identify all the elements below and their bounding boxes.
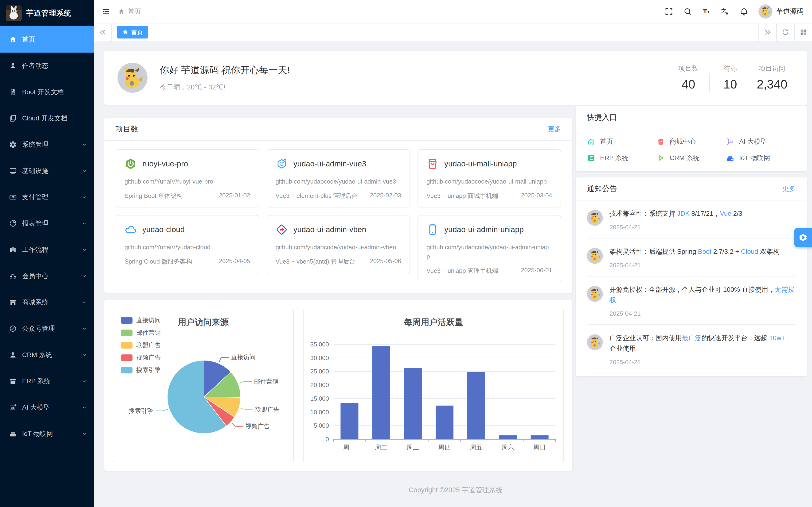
legend-label: 邮件营销 xyxy=(136,329,161,337)
quick-entry-1[interactable]: 商城中心 xyxy=(656,137,726,146)
ai-icon: AI xyxy=(9,403,17,411)
notice-item-3[interactable]: 广泛企业认可：国内使用最广泛的快速开发平台，远超 10w++ 企业使用2025-… xyxy=(587,325,796,374)
sidebar-item-7[interactable]: 报表管理 xyxy=(0,210,94,237)
quick-entry-label: AI 大模型 xyxy=(739,137,767,146)
store-icon xyxy=(9,377,17,385)
legend-item-3[interactable]: 视频广告 xyxy=(121,353,161,362)
sidebar: 芋道管理系统 首页作者动态Boot 开发文档Cloud 开发文档系统管理基础设施… xyxy=(0,0,94,507)
sidebar-item-label: 基础设施 xyxy=(22,166,76,175)
document-icon xyxy=(9,88,17,96)
notice-link[interactable]: Boot xyxy=(698,248,712,255)
sidebar-item-11[interactable]: 公众号管理 xyxy=(0,316,94,342)
sidebar-item-10[interactable]: 商城系统 xyxy=(0,289,94,316)
greeting-stats: 项目数40待办10项目访问2,340 xyxy=(668,63,793,92)
sidebar-item-15[interactable]: IoT 物联网 xyxy=(0,420,94,447)
page-footer: Copyright ©2025 芋道管理系统 xyxy=(104,474,807,507)
sidebar-item-label: 会员中心 xyxy=(22,272,76,280)
logo-row[interactable]: 芋道管理系统 xyxy=(0,0,94,26)
user-menu[interactable]: 芋道源码 xyxy=(758,4,804,18)
project-card-1[interactable]: yudao-ui-admin-vue3github.com/yudaocode/… xyxy=(267,149,410,208)
legend-item-2[interactable]: 联盟广告 xyxy=(121,341,161,349)
font-size-icon[interactable]: TT xyxy=(702,7,711,16)
member-icon xyxy=(9,272,17,280)
grid-icon xyxy=(799,28,807,36)
project-date: 2025-04-05 xyxy=(219,258,250,266)
sidebar-item-14[interactable]: AIAI 大模型 xyxy=(0,394,94,420)
vben-icon xyxy=(275,223,288,236)
legend-item-1[interactable]: 邮件营销 xyxy=(121,329,161,337)
project-date: 2025-05-06 xyxy=(370,258,401,266)
refresh-tab-button[interactable] xyxy=(776,23,794,41)
gear-icon xyxy=(9,140,17,149)
pie-chart-box: 用户访问来源 直接访问邮件营销联盟广告视频广告搜索引擎 直接访问邮件营销联盟广告… xyxy=(113,308,294,462)
sidebar-item-5[interactable]: 基础设施 xyxy=(0,158,94,184)
sidebar-item-8[interactable]: 工作流程 xyxy=(0,237,94,263)
greeting-card: 你好 芋道源码 祝你开心每一天! 今日晴，20℃ - 32℃! 项目数40待办1… xyxy=(104,51,807,105)
sidebar-item-label: IoT 物联网 xyxy=(22,429,76,438)
tabs-scroll-left-button[interactable] xyxy=(94,23,112,41)
notice-item-1[interactable]: 架构灵活性：后端提供 Spring Boot 2.7/3.2 + Cloud 双… xyxy=(587,238,796,277)
sidebar-item-4[interactable]: 系统管理 xyxy=(0,131,94,158)
sidebar-item-label: ERP 系统 xyxy=(22,377,76,386)
sidebar-item-label: 报表管理 xyxy=(22,219,76,228)
content-row: 项目数 更多 ruoyi-vue-progithub.com/YunaiV/ru… xyxy=(104,106,807,471)
project-meta: Vue3 + uniapp 管理手机端2025-06-01 xyxy=(426,267,552,275)
quick-entry-5[interactable]: IoT 物联网 xyxy=(726,154,796,162)
project-card-5[interactable]: yudao-ui-admin-uniappgithub.com/yudaocod… xyxy=(417,215,561,282)
project-card-4[interactable]: yudao-ui-admin-vbengithub.com/yudaocode/… xyxy=(267,215,410,273)
quick-crm-icon xyxy=(656,154,665,162)
user-icon xyxy=(9,62,17,70)
fullscreen-icon[interactable] xyxy=(664,7,673,16)
collapse-sidebar-icon[interactable] xyxy=(101,7,110,16)
sidebar-item-3[interactable]: Cloud 开发文档 xyxy=(0,105,94,131)
sidebar-item-13[interactable]: ERP 系统 xyxy=(0,368,94,394)
notice-link[interactable]: Cloud xyxy=(741,248,758,255)
project-date: 2025-03-04 xyxy=(521,192,552,200)
sidebar-item-6[interactable]: 支付管理 xyxy=(0,184,94,210)
project-card-top: yudao-ui-mall-uniapp xyxy=(426,158,552,170)
mobile-icon xyxy=(426,223,439,236)
search-icon[interactable] xyxy=(683,7,692,16)
project-desc: Vue3 + element-plus 管理后台 xyxy=(275,192,358,200)
project-card-0[interactable]: ruoyi-vue-progithub.com/YunaiV/ruoyi-vue… xyxy=(116,149,259,208)
project-meta: Spring Boot 单体架构2025-01-02 xyxy=(124,192,250,200)
project-card-top: yudao-ui-admin-vben xyxy=(275,223,401,236)
project-meta: Vue3 + vben5(antd) 管理后台2025-05-06 xyxy=(275,258,401,266)
sidebar-item-label: 系统管理 xyxy=(22,140,76,149)
notice-link[interactable]: JDK xyxy=(677,210,690,217)
notice-item-2[interactable]: 开源免授权：全部开源，个人与企业可 100% 直接使用，无需授权2025-04-… xyxy=(587,277,796,325)
projects-more-link[interactable]: 更多 xyxy=(548,125,561,133)
notice-link[interactable]: Vue xyxy=(720,210,731,217)
bell-icon[interactable] xyxy=(740,7,749,16)
project-card-top: yudao-ui-admin-vue3 xyxy=(275,158,401,170)
sidebar-item-12[interactable]: CRM 系统 xyxy=(0,342,94,368)
project-name: yudao-ui-mall-uniapp xyxy=(444,159,517,168)
tabs-scroll-right-button[interactable] xyxy=(758,23,776,41)
project-desc: Vue3 + uniapp 管理手机端 xyxy=(426,267,498,275)
language-icon[interactable]: 文A xyxy=(721,7,730,16)
notice-link[interactable]: 最广泛 xyxy=(682,334,702,341)
project-card-3[interactable]: yudao-cloudgithub.com/YunaiV/yudao-cloud… xyxy=(116,215,259,273)
project-card-2[interactable]: yudao-ui-mall-uniappgithub.com/yudaocode… xyxy=(417,149,561,208)
notice-card: 通知公告 更多 技术兼容性：系统支持 JDK 8/17/21，Vue 2/320… xyxy=(576,177,807,376)
notice-more-link[interactable]: 更多 xyxy=(782,184,796,193)
projects-card-header: 项目数 更多 xyxy=(104,118,572,141)
quick-entry-4[interactable]: CRM 系统 xyxy=(656,154,726,162)
legend-item-4[interactable]: 搜索引擎 xyxy=(121,366,161,374)
settings-fab-button[interactable] xyxy=(794,228,812,247)
tab-layout-button[interactable] xyxy=(794,23,812,41)
copy-document-icon xyxy=(9,114,17,122)
stat-label: 项目数 xyxy=(672,64,704,73)
notice-link[interactable]: 10w+ xyxy=(769,334,785,341)
sidebar-item-1[interactable]: 作者动态 xyxy=(0,53,94,79)
svg-text:周二: 周二 xyxy=(375,444,388,451)
notice-item-0[interactable]: 技术兼容性：系统支持 JDK 8/17/21，Vue 2/32025-04-21 xyxy=(587,201,796,238)
sidebar-item-9[interactable]: 会员中心 xyxy=(0,263,94,289)
tab-home[interactable]: 首页 xyxy=(117,26,148,39)
quick-entry-2[interactable]: AIAI 大模型 xyxy=(726,137,796,146)
sidebar-item-0[interactable]: 首页 xyxy=(0,26,94,53)
quick-entry-0[interactable]: 首页 xyxy=(587,137,656,146)
sidebar-item-2[interactable]: Boot 开发文档 xyxy=(0,79,94,105)
quick-entry-3[interactable]: ERP 系统 xyxy=(587,154,656,162)
legend-item-0[interactable]: 直接访问 xyxy=(121,316,161,324)
